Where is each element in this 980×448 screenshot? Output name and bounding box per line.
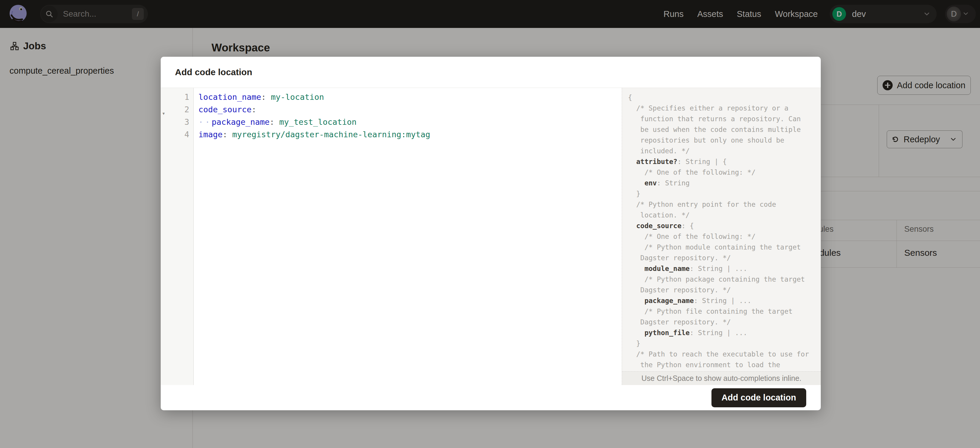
schema-line: attribute?: String | { — [628, 156, 821, 167]
dialog-footer: Add code location — [161, 385, 821, 410]
schema-line: /* Path to reach the executable to use f… — [628, 349, 821, 359]
schema-line: env: String — [628, 178, 821, 188]
editor-gutter: ▾ 1234 — [161, 88, 194, 385]
line-number: 4 — [161, 128, 193, 141]
code-line[interactable]: image: myregistry/dagster-machine-learni… — [199, 128, 622, 141]
schema-line: Dagster repository. */ — [628, 284, 821, 295]
line-numbers: 1234 — [161, 91, 193, 141]
schema-line: Dagster repository. */ — [628, 253, 821, 263]
code-line[interactable]: location_name: my-location — [199, 91, 622, 103]
schema-line: Dagster repository. */ — [628, 317, 821, 327]
code-line[interactable]: ··package_name: my_test_location — [199, 116, 622, 128]
schema-line: /* One of the following: */ — [628, 231, 821, 242]
schema-line: /* Python entry point for the code — [628, 199, 821, 210]
schema-line: included. */ — [628, 146, 821, 156]
schema-line: function that returns a repository. Can — [628, 113, 821, 124]
schema-line: /* Python file containing the target — [628, 306, 821, 317]
line-number: 1 — [161, 91, 193, 103]
schema-line: /* Python module containing the target — [628, 242, 821, 253]
fold-marker-icon[interactable]: ▾ — [162, 107, 165, 119]
editor-lines[interactable]: location_name: my-locationcode_source:··… — [194, 88, 622, 385]
schema-line: repositories but only one should be — [628, 135, 821, 146]
schema-line: /* Specifies either a repository or a — [628, 103, 821, 113]
schema-line: /* One of the following: */ — [628, 167, 821, 178]
schema-lines: { /* Specifies either a repository or a … — [622, 88, 821, 370]
dialog-title: Add code location — [175, 67, 252, 77]
autocomplete-hint: Use Ctrl+Space to show auto-completions … — [622, 371, 821, 385]
dialog-body: ▾ 1234 location_name: my-locationcode_so… — [161, 88, 821, 385]
schema-line: { — [628, 92, 821, 103]
schema-line: /* Python package containing the target — [628, 274, 821, 284]
add-code-location-dialog: Add code location ▾ 1234 location_name: … — [161, 57, 821, 410]
schema-line: } — [628, 338, 821, 349]
config-schema-panel: { /* Specifies either a repository or a … — [622, 88, 821, 385]
schema-line: be used when the code contains multiple — [628, 124, 821, 135]
line-number: 2 — [161, 103, 193, 116]
schema-line: } — [628, 188, 821, 199]
code-line[interactable]: code_source: — [199, 103, 622, 116]
schema-line: code_source: { — [628, 221, 821, 231]
schema-line: module_name: String | ... — [628, 263, 821, 274]
submit-add-code-location-button[interactable]: Add code location — [711, 388, 806, 407]
hint-text: Use Ctrl+Space to show auto-completions … — [641, 374, 801, 383]
schema-line: location. */ — [628, 210, 821, 221]
schema-line: package_name: String | ... — [628, 295, 821, 306]
line-number: 3 — [161, 116, 193, 128]
dialog-header: Add code location — [161, 57, 821, 88]
yaml-editor[interactable]: ▾ 1234 location_name: my-locationcode_so… — [161, 88, 622, 385]
schema-line: the Python environment to load the — [628, 359, 821, 370]
schema-line: python_file: String | ... — [628, 327, 821, 338]
